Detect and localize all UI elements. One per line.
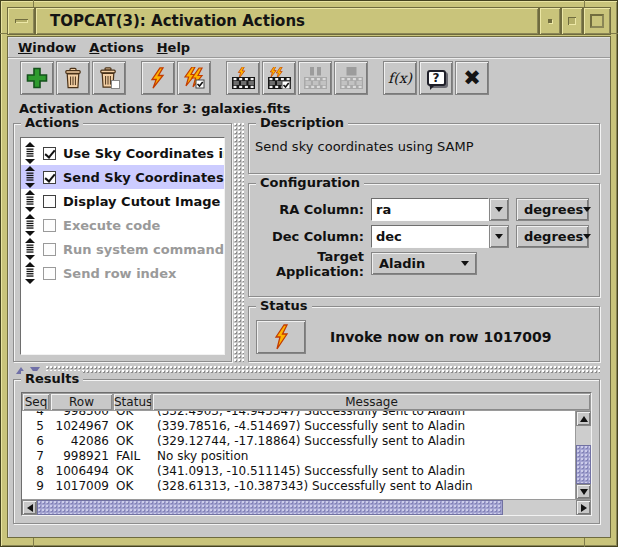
- table-row[interactable]: 91017009OK(328.61313, -10.387343) Succes…: [22, 479, 575, 494]
- remove-all-actions-button[interactable]: [92, 61, 126, 95]
- pause-sequence-button: [298, 61, 332, 95]
- action-item[interactable]: Send Sky Coordinates: [21, 165, 224, 189]
- drag-handle-icon[interactable]: [24, 262, 36, 284]
- dec-units-select[interactable]: degrees: [516, 225, 589, 248]
- film-lightning-icon: [232, 67, 255, 89]
- target-application-label: Target Application:: [249, 249, 371, 279]
- invoke-now-button[interactable]: [256, 320, 306, 354]
- horizontal-scroll-track[interactable]: [37, 500, 576, 515]
- action-label: Send Sky Coordinates: [63, 170, 224, 185]
- help-button[interactable]: ?: [419, 61, 453, 95]
- column-header-message[interactable]: Message: [152, 393, 591, 411]
- invoke-all-actions-button[interactable]: [177, 61, 211, 95]
- menu-help[interactable]: Help: [157, 40, 190, 55]
- horizontal-split-divider[interactable]: [13, 365, 600, 375]
- action-checkbox[interactable]: [43, 219, 56, 232]
- frame-notch: [611, 33, 618, 34]
- actions-panel: Actions Use Sky Coordinates in TOPCATSen…: [13, 123, 232, 362]
- dec-column-input[interactable]: [371, 225, 489, 248]
- ra-column-input[interactable]: [371, 198, 489, 221]
- frame-notch: [33, 538, 34, 547]
- window-dot-button[interactable]: [539, 7, 561, 35]
- action-item[interactable]: Execute code: [21, 213, 224, 237]
- horizontal-scroll-thumb[interactable]: [37, 500, 503, 515]
- chevron-down-icon: [495, 234, 503, 239]
- minimize-button[interactable]: [7, 7, 35, 35]
- results-table: Seq Row Status Message 4998500OK(332.490…: [21, 392, 592, 516]
- maximize-button[interactable]: [583, 7, 611, 35]
- ra-column-label: RA Column:: [249, 202, 371, 217]
- menu-actions[interactable]: Actions: [89, 40, 143, 55]
- title-bar[interactable]: TOPCAT(3): Activation Actions: [7, 7, 611, 35]
- table-cell: OK: [113, 464, 152, 479]
- scroll-left-button[interactable]: [22, 500, 37, 515]
- drag-handle-icon[interactable]: [24, 142, 36, 164]
- scroll-down-button[interactable]: [576, 484, 591, 499]
- function-button[interactable]: f(x): [383, 61, 417, 95]
- remove-action-button[interactable]: [56, 61, 90, 95]
- table-cell: 8: [22, 464, 50, 479]
- action-checkbox[interactable]: [43, 195, 56, 208]
- dec-column-dropdown-button[interactable]: [489, 225, 509, 248]
- column-header-row[interactable]: Row: [50, 393, 113, 411]
- drag-handle-icon[interactable]: [24, 190, 36, 212]
- column-header-status[interactable]: Status: [113, 393, 152, 411]
- help-bubble-icon: ?: [427, 70, 446, 86]
- vertical-scroll-track[interactable]: [576, 426, 591, 484]
- table-cell: OK: [113, 411, 152, 419]
- table-cell: 1024967: [50, 419, 113, 434]
- window-title: TOPCAT(3): Activation Actions: [50, 12, 305, 30]
- add-action-button[interactable]: [20, 61, 54, 95]
- arrow-right-icon: [581, 504, 587, 512]
- drag-handle-icon[interactable]: [24, 238, 36, 260]
- action-checkbox[interactable]: [43, 267, 56, 280]
- close-button[interactable]: ✖: [455, 61, 489, 95]
- drag-handle-icon[interactable]: [24, 166, 36, 188]
- table-cell: No sky position: [152, 449, 575, 464]
- dec-column-combobox: [371, 225, 509, 248]
- table-cell: 998500: [50, 411, 113, 419]
- menu-bar: WindowActionsHelp: [8, 37, 610, 58]
- table-cell: 7: [22, 449, 50, 464]
- action-item[interactable]: Send row index: [21, 261, 224, 285]
- ra-column-dropdown-button[interactable]: [489, 198, 509, 221]
- action-checkbox[interactable]: [43, 243, 56, 256]
- ra-units-value: degrees: [524, 202, 583, 217]
- drag-handle-icon[interactable]: [24, 214, 36, 236]
- maximize-square-icon: [590, 14, 604, 28]
- ra-units-select[interactable]: degrees: [516, 198, 589, 221]
- scroll-up-button[interactable]: [576, 411, 591, 426]
- action-item[interactable]: Display Cutout Image: [21, 189, 224, 213]
- actions-panel-title: Actions: [21, 115, 83, 131]
- table-cell: (339.78516, -4.514697) Successfully sent…: [152, 419, 575, 434]
- split-divider-grip[interactable]: [46, 366, 600, 374]
- table-row[interactable]: 81006494OK(341.0913, -10.511145) Success…: [22, 464, 575, 479]
- table-row[interactable]: 4998500OK(332.4903, -14.945347) Successf…: [22, 411, 575, 419]
- invoke-action-button[interactable]: [141, 61, 175, 95]
- frame-notch: [584, 538, 585, 547]
- menu-window[interactable]: Window: [18, 40, 76, 55]
- sequence-invoke-all-button[interactable]: [262, 61, 296, 95]
- lightning-icon: [273, 324, 290, 351]
- column-header-seq[interactable]: Seq: [22, 393, 50, 411]
- trash-all-icon: [98, 67, 120, 89]
- topcat-window: TOPCAT(3): Activation Actions WindowActi…: [0, 0, 618, 547]
- actions-list: Use Sky Coordinates in TOPCATSend Sky Co…: [20, 137, 225, 355]
- scroll-right-button[interactable]: [576, 500, 591, 515]
- action-checkbox[interactable]: [43, 171, 56, 184]
- sequence-invoke-button[interactable]: [226, 61, 260, 95]
- table-row[interactable]: 7998921FAILNo sky position: [22, 449, 575, 464]
- action-checkbox[interactable]: [43, 147, 56, 160]
- table-row[interactable]: 51024967OK(339.78516, -4.514697) Success…: [22, 419, 575, 434]
- status-row: Invoke now on row 1017009: [249, 307, 599, 354]
- action-item[interactable]: Use Sky Coordinates in TOPCAT: [21, 141, 224, 165]
- vertical-scrollbar[interactable]: [575, 411, 591, 499]
- action-item[interactable]: Run system command: [21, 237, 224, 261]
- target-application-select[interactable]: Aladin: [371, 252, 477, 275]
- table-row[interactable]: 642086OK(329.12744, -17.18864) Successfu…: [22, 434, 575, 449]
- window-restore-button[interactable]: [561, 7, 583, 35]
- vertical-scroll-thumb[interactable]: [576, 445, 591, 484]
- horizontal-scrollbar[interactable]: [22, 499, 591, 515]
- action-label: Execute code: [63, 218, 160, 233]
- vertical-split-divider[interactable]: [234, 123, 244, 362]
